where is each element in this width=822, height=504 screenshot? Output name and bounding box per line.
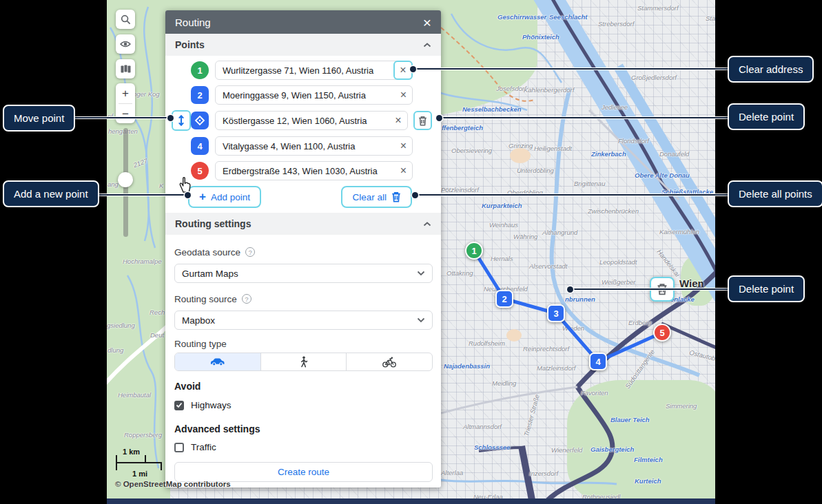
routing-type-walk[interactable] (260, 353, 347, 370)
add-point-button[interactable]: + Add point (188, 186, 261, 208)
routing-type-segments (174, 353, 433, 371)
screenshot-stage: GeschirrwasserSeeschlachtStammersdorfSta… (0, 0, 822, 504)
address-field-5[interactable] (216, 166, 388, 176)
layers-icon (121, 65, 131, 74)
geodata-source-select[interactable]: Gurtam Maps (174, 264, 433, 283)
route-point-marker-1[interactable]: 1 (465, 242, 483, 260)
panel-header: Routing × (165, 10, 441, 34)
callout-dot (436, 115, 442, 121)
add-point-label: Add point (211, 192, 250, 202)
callout-dot (412, 192, 418, 198)
highways-row: Highways (174, 400, 433, 410)
callout-dot (167, 115, 174, 121)
clear-all-button[interactable]: Clear all (341, 186, 412, 208)
route-point-marker-2[interactable]: 2 (495, 290, 513, 308)
map-scale-bar: 1 km 1 mi (116, 449, 165, 481)
traffic-row: Traffic (174, 442, 433, 452)
callout-line (94, 194, 186, 196)
bicycle-icon (382, 357, 396, 368)
city-label-wien: Wien (679, 277, 704, 289)
routing-source-select[interactable]: Mapbox (174, 311, 433, 330)
routing-source-label: Routing source (174, 294, 237, 304)
clear-address-icon[interactable]: × (400, 140, 407, 151)
visibility-button[interactable] (116, 34, 135, 54)
point-badge-1[interactable]: 1 (191, 61, 209, 79)
zoom-slider-handle[interactable] (118, 172, 133, 187)
help-icon[interactable]: ? (245, 247, 255, 257)
move-vertical-icon (177, 114, 185, 127)
routing-type-label: Routing type (174, 339, 227, 349)
hand-cursor-icon (177, 175, 194, 193)
callout-dot (185, 192, 191, 198)
panel-title: Routing (175, 17, 211, 28)
create-route-button[interactable]: Create route (174, 462, 433, 482)
scale-mi-label: 1 mi (132, 470, 147, 478)
chevron-down-icon (417, 317, 425, 323)
highways-checkbox[interactable] (174, 401, 184, 410)
point-row-2: 2 × (172, 85, 432, 105)
callout-dot (567, 286, 573, 293)
clear-address-icon[interactable]: × (400, 165, 407, 176)
address-field-1[interactable] (216, 65, 388, 76)
chevron-down-icon (417, 271, 425, 276)
help-icon[interactable]: ? (242, 294, 251, 304)
callout-line (418, 194, 728, 196)
point-badge-4[interactable]: 4 (191, 137, 209, 155)
chevron-up-icon (423, 43, 431, 48)
routing-source-label-row: Routing source ? (174, 293, 433, 304)
address-field-3[interactable] (216, 116, 388, 126)
point-badge-3[interactable] (191, 112, 209, 129)
clear-address-icon[interactable]: × (400, 90, 407, 101)
point-badge-2[interactable]: 2 (191, 86, 209, 104)
routing-type-bike[interactable] (346, 353, 432, 370)
callout-delete-point-row: Delete point (728, 103, 805, 130)
close-icon[interactable]: × (423, 15, 431, 30)
callout-move-point: Move point (3, 105, 75, 132)
callout-delete-all-points: Delete all points (728, 180, 822, 207)
point-row-1: 1 × (172, 61, 432, 80)
points-section-label: Points (175, 39, 205, 50)
callout-dot (410, 66, 416, 72)
route-point-marker-4[interactable]: 4 (589, 353, 607, 370)
delete-point-button[interactable] (413, 111, 432, 130)
address-field-4[interactable] (216, 141, 388, 151)
geodata-source-value: Gurtam Maps (182, 269, 238, 279)
advanced-settings-label: Advanced settings (174, 423, 433, 434)
pedestrian-icon (299, 356, 308, 368)
point-row-5: 5 × (172, 161, 432, 180)
address-input-2: × (215, 85, 413, 105)
chevron-up-icon (423, 222, 431, 227)
routing-type-car[interactable] (175, 353, 260, 370)
trash-icon (418, 116, 427, 126)
traffic-checkbox[interactable] (174, 443, 184, 452)
route-point-marker-3[interactable]: 3 (547, 304, 565, 322)
routing-settings-header[interactable]: Routing settings (165, 213, 441, 235)
layers-button[interactable] (116, 59, 135, 78)
address-input-3: × (215, 111, 408, 130)
address-field-2[interactable] (216, 90, 388, 101)
callout-line (441, 117, 728, 118)
zoom-in-button[interactable]: + (116, 83, 135, 103)
clear-address-icon[interactable]: × (400, 65, 406, 76)
zoom-out-button[interactable]: − (116, 104, 135, 124)
callout-line (572, 288, 728, 290)
waypoint-diamond-icon (194, 115, 205, 126)
geodata-source-label-row: Geodata source ? (174, 246, 433, 258)
points-list: 1 × 2 × (165, 61, 441, 180)
route-point-marker-5[interactable]: 5 (653, 324, 671, 342)
clear-address-icon[interactable]: × (395, 115, 401, 126)
points-section-header[interactable]: Points (165, 34, 441, 56)
callout-clear-address: Clear address (728, 56, 814, 83)
move-point-handle[interactable] (172, 110, 191, 131)
callout-delete-point-map: Delete point (728, 275, 805, 302)
search-icon (121, 14, 131, 25)
routing-source-value: Mapbox (182, 315, 215, 326)
search-button[interactable] (116, 10, 135, 29)
plus-icon: + (199, 190, 206, 204)
map-attribution[interactable]: © OpenStreetMap contributors (115, 480, 231, 488)
window-bottom-bar (107, 498, 715, 504)
point-row-4: 4 × (172, 136, 432, 156)
check-icon (176, 402, 183, 408)
points-actions: + Add point Clear all (188, 186, 412, 208)
address-input-1: × (215, 61, 413, 80)
